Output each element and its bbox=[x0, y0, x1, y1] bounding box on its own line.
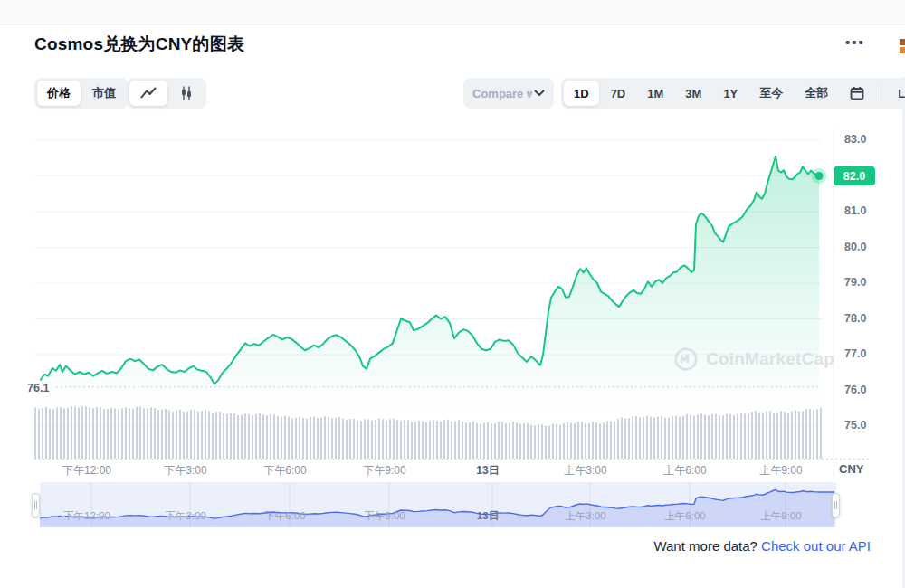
time-tick: 下午3:00 bbox=[164, 463, 206, 479]
current-point-dot bbox=[815, 172, 824, 180]
watermark-label: CoinMarketCap bbox=[706, 349, 834, 369]
navigator-tick: 下午3:00 bbox=[165, 509, 205, 523]
range-1M[interactable]: 1M bbox=[637, 81, 673, 106]
navigator-selected-region[interactable] bbox=[40, 482, 836, 527]
time-tick: 下午6:00 bbox=[263, 463, 306, 479]
page-title: Cosmos兑换为CNY的图表 bbox=[34, 33, 244, 56]
price-tick-79.0: 79.0 bbox=[844, 276, 884, 289]
coinmarketcap-logo-icon bbox=[673, 346, 699, 372]
price-tick-83.0: 83.0 bbox=[844, 133, 884, 146]
grip-icon bbox=[34, 501, 37, 509]
navigator-area bbox=[40, 489, 834, 527]
currency-label: CNY bbox=[839, 462, 863, 476]
price-tick-81.0: 81.0 bbox=[844, 204, 884, 217]
range-1Y[interactable]: 1Y bbox=[713, 81, 748, 106]
price-tick-75.0: 75.0 bbox=[844, 419, 884, 432]
calendar-button[interactable] bbox=[840, 81, 874, 106]
time-tick: 13日 bbox=[476, 463, 499, 479]
navigator-right-handle[interactable] bbox=[832, 493, 840, 517]
navigator-tick: 下午9:00 bbox=[364, 509, 405, 523]
line-chart-icon bbox=[139, 86, 157, 100]
metric-toggle-group: 价格市值 bbox=[34, 78, 129, 109]
time-tick: 上午9:00 bbox=[759, 463, 802, 479]
grip-icon bbox=[834, 501, 837, 509]
navigator-tick: 上午6:00 bbox=[664, 509, 705, 523]
coinmarketcap-watermark: CoinMarketCap bbox=[673, 346, 834, 372]
time-range-group: 1D7D1M3M1Y至今全部LOG bbox=[561, 78, 905, 109]
line-chart-tab[interactable] bbox=[129, 81, 167, 106]
time-tick: 下午9:00 bbox=[363, 463, 405, 479]
api-link[interactable]: Check out our API bbox=[761, 538, 871, 554]
navigator bbox=[40, 482, 836, 527]
range-1D[interactable]: 1D bbox=[564, 81, 599, 106]
navigator-line bbox=[40, 489, 834, 518]
metric-tab-1[interactable]: 市值 bbox=[82, 81, 126, 106]
price-gridlines bbox=[34, 129, 834, 479]
price-tick-76.0: 76.0 bbox=[844, 384, 884, 396]
api-promo-text: Want more data? bbox=[653, 538, 757, 554]
more-options-button[interactable]: ••• bbox=[845, 34, 865, 50]
toolbar-divider bbox=[881, 86, 881, 100]
price-tick-78.0: 78.0 bbox=[844, 312, 884, 325]
chart-type-toggle-group bbox=[127, 78, 206, 109]
api-promo: Want more data? Check out our API bbox=[653, 538, 871, 554]
top-strip bbox=[0, 0, 905, 25]
log-scale-button[interactable]: LOG bbox=[888, 81, 905, 106]
time-tick: 上午3:00 bbox=[564, 463, 606, 479]
range-7D[interactable]: 7D bbox=[601, 81, 636, 106]
calendar-icon bbox=[850, 86, 864, 100]
compare-dropdown[interactable]: Compare w bbox=[463, 78, 554, 109]
current-point-halo bbox=[812, 168, 827, 184]
range-3M[interactable]: 3M bbox=[675, 81, 711, 106]
navigator-tick: 13日 bbox=[477, 509, 499, 523]
chevron-down-icon bbox=[534, 90, 545, 97]
navigator-tick: 下午6:00 bbox=[264, 509, 305, 523]
navigator-tick: 上午9:00 bbox=[760, 509, 801, 523]
metric-tab-0[interactable]: 价格 bbox=[37, 81, 81, 106]
current-price-badge: 82.0 bbox=[834, 166, 875, 185]
right-edge-icon-fragment bbox=[900, 39, 905, 45]
navigator-tick: 下午12:00 bbox=[63, 509, 110, 523]
time-tick: 下午12:00 bbox=[62, 463, 111, 479]
price-tick-80.0: 80.0 bbox=[844, 241, 884, 253]
open-price-label: 76.1 bbox=[27, 382, 49, 394]
price-tick-77.0: 77.0 bbox=[844, 347, 884, 360]
candlestick-icon bbox=[179, 85, 194, 101]
range-全部[interactable]: 全部 bbox=[795, 81, 838, 106]
chart-page: Cosmos兑换为CNY的图表 ••• 价格市值 Compare w 1D7D1… bbox=[0, 0, 905, 588]
right-edge-icon-fragment bbox=[900, 47, 905, 53]
navigator-left-handle[interactable] bbox=[32, 493, 40, 517]
navigator-tick: 上午3:00 bbox=[565, 509, 605, 523]
range-至今[interactable]: 至今 bbox=[749, 81, 793, 106]
candlestick-tab[interactable] bbox=[169, 81, 204, 106]
compare-label: Compare w bbox=[472, 87, 532, 100]
time-tick: 上午6:00 bbox=[663, 463, 706, 479]
volume-bars bbox=[34, 406, 822, 459]
